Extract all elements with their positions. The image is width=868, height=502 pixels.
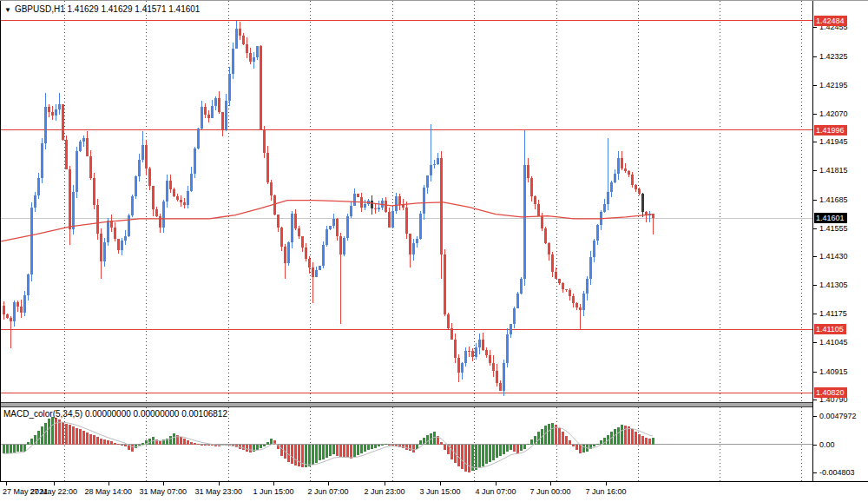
price-tick (813, 285, 817, 286)
macd-indicator-name: MACD_color(5,34,5) (3, 409, 82, 419)
sr-price-badge: 1.42484 (814, 16, 847, 26)
sr-price-badge: 1.40820 (814, 387, 847, 398)
time-axis[interactable]: 27 May 202127 May 22:0028 May 14:0031 Ma… (0, 481, 868, 502)
time-tick-label: 31 May 07:00 (140, 487, 187, 496)
price-tick (813, 400, 817, 400)
price-tick (813, 342, 817, 343)
time-tick-label: 31 May 23:00 (195, 487, 243, 496)
time-tick-label: 2 Jun 23:00 (365, 487, 405, 496)
price-tick-label: 1.42070 (819, 109, 848, 118)
price-tick-label: 0.00 (819, 440, 835, 449)
price-tick (813, 200, 817, 201)
time-tick-label: 27 May 22:00 (30, 487, 78, 496)
time-tick (54, 482, 55, 485)
time-tick (606, 482, 607, 485)
price-tick-label: 1.42195 (819, 81, 848, 89)
current-price-badge: 1.41601 (814, 213, 847, 223)
time-tick (108, 482, 109, 485)
chart-ohlc-overlay: ▼GBPUSD,H1 1.41629 1.41629 1.41571 1.416… (4, 4, 200, 14)
price-tick (813, 256, 817, 257)
time-tick-label: 3 Jun 15:00 (420, 487, 461, 496)
sr-price-badge: 1.41105 (814, 324, 846, 334)
price-tick (813, 472, 817, 473)
price-tick (813, 372, 817, 373)
price-tick (813, 56, 817, 57)
price-tick-label: 1.41305 (819, 281, 848, 289)
price-tick (813, 416, 817, 417)
main-chart[interactable] (1, 1, 813, 402)
price-tick-label: 1.42325 (819, 52, 848, 61)
mt4-chart-window: ▼GBPUSD,H1 1.41629 1.41629 1.41571 1.416… (0, 0, 868, 502)
price-tick-label: -0.004803 (819, 468, 855, 477)
sr-price-badge: 1.41996 (814, 125, 847, 135)
time-tick (550, 482, 551, 485)
candles (3, 21, 654, 396)
price-tick (813, 27, 817, 28)
time-tick (273, 482, 274, 485)
symbol-dropdown-icon[interactable]: ▼ (4, 6, 11, 14)
time-tick-label: 7 Jun 16:00 (586, 487, 627, 496)
price-tick-label: 1.41555 (819, 224, 848, 233)
time-tick (496, 482, 496, 485)
price-tick (813, 445, 817, 446)
macd-indicator-values: 0.00000000 0.00000000 0.00106812 (85, 409, 227, 419)
price-tick (813, 170, 817, 171)
macd-label: MACD_color(5,34,5) 0.00000000 0.00000000… (3, 409, 227, 419)
price-tick-label: 1.41430 (819, 252, 848, 261)
price-axis[interactable]: 1.424551.423251.421951.420701.419451.418… (812, 1, 868, 481)
price-tick (813, 228, 817, 229)
price-tick-label: 0.0047972 (819, 412, 857, 420)
time-tick-label: 7 Jun 00:00 (530, 487, 571, 496)
time-tick (385, 482, 385, 485)
price-tick (813, 142, 817, 142)
price-tick-label: 1.41175 (819, 309, 847, 318)
price-tick-label: 1.41045 (819, 338, 848, 347)
symbol-ohlc-text: GBPUSD,H1 1.41629 1.41629 1.41571 1.4160… (15, 4, 201, 14)
price-tick-label: 1.41815 (819, 166, 848, 175)
time-tick (219, 482, 220, 485)
time-tick-label: 28 May 14:00 (85, 487, 133, 496)
price-tick-label: 1.41685 (819, 195, 848, 204)
price-tick (813, 314, 817, 314)
time-tick (163, 482, 164, 485)
price-tick-label: 1.41945 (819, 137, 848, 146)
time-tick-label: 2 Jun 07:00 (308, 487, 349, 496)
time-tick (328, 482, 329, 485)
time-tick-label: 1 Jun 15:00 (253, 487, 294, 496)
price-tick-label: 1.40915 (819, 367, 848, 376)
price-tick (813, 114, 817, 115)
time-tick (440, 482, 441, 485)
time-tick-label: 4 Jun 07:00 (476, 487, 516, 496)
time-tick (6, 482, 7, 485)
price-tick (813, 85, 817, 86)
grid (65, 1, 802, 402)
